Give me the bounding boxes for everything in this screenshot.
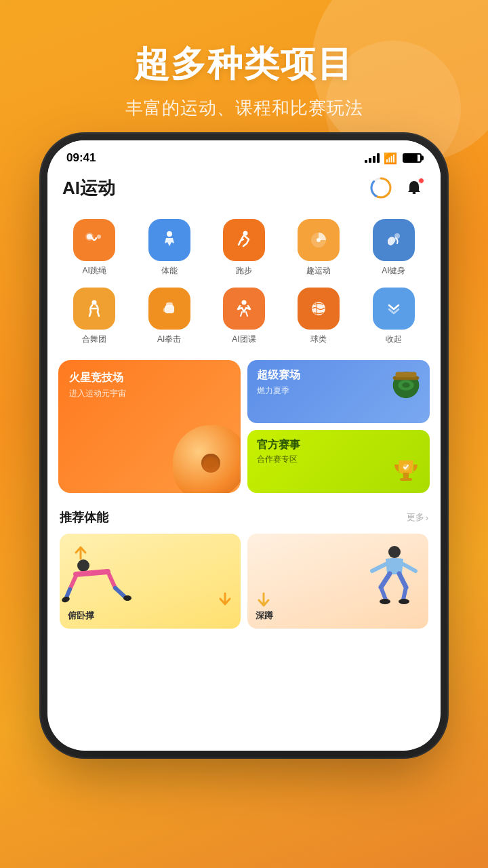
section-header: 推荐体能 更多 › <box>60 509 428 526</box>
banner-section: 火星竞技场 进入运动元宇宙 超级赛场 燃力夏季 <box>47 352 441 501</box>
trophy-icon <box>388 454 424 490</box>
ball-icon <box>298 288 340 330</box>
status-bar: 09:41 📶 <box>47 140 441 170</box>
collapse-label: 收起 <box>386 334 402 345</box>
app-title: AI运动 <box>62 176 115 200</box>
ai-class-label: AI团课 <box>232 334 256 345</box>
notification-dot <box>418 178 424 184</box>
exercise-cards: 俯卧撑 <box>60 534 428 629</box>
svg-line-37 <box>381 574 390 587</box>
category-dance[interactable]: 合舞团 <box>58 283 130 349</box>
status-time: 09:41 <box>66 151 96 165</box>
boxing-icon <box>148 288 190 330</box>
fun-sports-icon <box>298 219 340 261</box>
svg-point-12 <box>92 300 97 305</box>
svg-rect-27 <box>73 569 110 578</box>
svg-point-5 <box>87 234 92 239</box>
banner-mars-arena[interactable]: 火星竞技场 进入运动元宇宙 <box>58 360 241 493</box>
ai-class-icon <box>223 288 265 330</box>
signal-icon <box>365 153 380 163</box>
category-ai-gym[interactable]: AI健身 <box>358 215 430 281</box>
category-fun-sports[interactable]: 趣运动 <box>283 215 354 281</box>
svg-line-36 <box>403 564 415 571</box>
squat-title: 深蹲 <box>256 610 273 622</box>
jump-rope-icon <box>73 219 115 261</box>
svg-line-40 <box>403 587 406 599</box>
section-title: 推荐体能 <box>60 509 108 526</box>
ai-gym-icon <box>373 219 415 261</box>
svg-line-35 <box>372 564 386 571</box>
progress-ring-icon[interactable] <box>369 176 393 200</box>
svg-point-6 <box>97 235 101 239</box>
running-icon <box>223 219 265 261</box>
svg-rect-23 <box>403 473 409 478</box>
svg-point-20 <box>402 382 410 388</box>
wifi-icon: 📶 <box>384 152 397 165</box>
ai-gym-label: AI健身 <box>382 265 405 277</box>
squat-figure <box>364 545 425 610</box>
stadium-icon <box>386 364 426 403</box>
banner-official-race[interactable]: 官方赛事 合作赛专区 <box>247 430 430 493</box>
banner-left-title: 火星竞技场 <box>69 371 230 385</box>
svg-point-33 <box>123 595 131 601</box>
category-fitness[interactable]: 体能 <box>133 215 205 281</box>
jump-rope-label: AI跳绳 <box>83 265 106 277</box>
svg-point-10 <box>317 238 321 242</box>
svg-point-16 <box>241 300 246 305</box>
category-jump-rope[interactable]: AI跳绳 <box>58 215 130 281</box>
arrow-down-icon <box>216 591 234 608</box>
arrow-down-squat-icon <box>254 591 273 610</box>
hero-subtitle: 丰富的运动、课程和比赛玩法 <box>27 96 461 120</box>
dance-label: 合舞团 <box>82 334 106 345</box>
svg-point-8 <box>243 231 247 236</box>
svg-rect-24 <box>400 478 412 481</box>
svg-rect-22 <box>396 372 417 378</box>
svg-point-26 <box>77 559 89 572</box>
svg-point-32 <box>61 595 70 604</box>
app-header: AI运动 <box>47 170 441 208</box>
ball-label: 球类 <box>310 334 327 345</box>
category-boxing[interactable]: AI拳击 <box>133 283 205 349</box>
fitness-label: 体能 <box>161 265 178 277</box>
category-collapse[interactable]: 收起 <box>358 283 430 349</box>
boxing-label: AI拳击 <box>157 334 181 345</box>
bell-icon[interactable] <box>403 176 426 199</box>
banner-super-arena[interactable]: 超级赛场 燃力夏季 <box>247 360 430 423</box>
pushup-figure <box>60 555 148 610</box>
header-icons <box>369 176 426 200</box>
svg-rect-15 <box>163 308 166 312</box>
svg-line-39 <box>381 587 386 599</box>
phone-mockup: 09:41 📶 AI运动 <box>47 140 441 751</box>
category-ai-class[interactable]: AI团课 <box>208 283 280 349</box>
category-running[interactable]: 跑步 <box>208 215 280 281</box>
svg-line-31 <box>115 588 124 596</box>
svg-point-7 <box>167 231 172 237</box>
running-label: 跑步 <box>236 265 252 277</box>
svg-point-34 <box>388 546 401 558</box>
more-button[interactable]: 更多 › <box>407 511 428 524</box>
mars-blob-decoration <box>173 425 241 493</box>
exercise-card-pushup[interactable]: 俯卧撑 <box>60 534 241 629</box>
banner-bottom-title: 官方赛事 <box>257 438 420 452</box>
svg-point-41 <box>380 599 390 604</box>
fitness-icon <box>148 219 190 261</box>
svg-rect-3 <box>413 192 416 194</box>
recommended-section: 推荐体能 更多 › <box>47 501 441 634</box>
svg-line-30 <box>66 589 70 597</box>
status-icons: 📶 <box>365 152 422 165</box>
svg-point-42 <box>399 599 409 604</box>
banner-left-subtitle: 进入运动元宇宙 <box>69 388 230 399</box>
banner-right-column: 超级赛场 燃力夏季 官方赛事 合作赛专区 <box>247 360 430 493</box>
battery-icon <box>403 153 422 163</box>
svg-line-38 <box>399 574 406 587</box>
svg-rect-14 <box>166 302 173 307</box>
category-grid: AI跳绳 体能 跑 <box>47 208 441 352</box>
svg-line-28 <box>70 574 77 589</box>
fun-sports-label: 趣运动 <box>306 265 331 277</box>
svg-line-29 <box>108 573 115 588</box>
category-ball[interactable]: 球类 <box>283 283 354 349</box>
collapse-icon <box>373 288 415 330</box>
hero-title: 超多种类项目 <box>27 41 461 88</box>
dance-icon <box>73 288 115 330</box>
exercise-card-squat[interactable]: 深蹲 <box>247 534 428 629</box>
